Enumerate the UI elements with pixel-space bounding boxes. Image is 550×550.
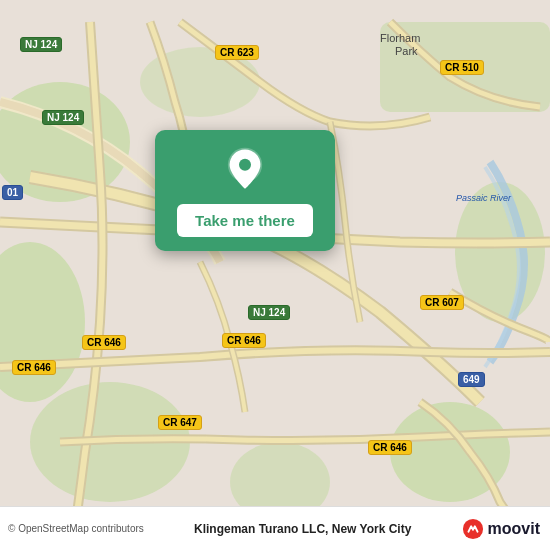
svg-text:Park: Park	[395, 45, 418, 57]
passaic-river-label: Passaic River	[456, 193, 511, 203]
bottom-bar: © OpenStreetMap contributors Klingeman T…	[0, 506, 550, 550]
road-label-nj124-mid: NJ 124	[248, 305, 290, 320]
road-label-cr646-left: CR 646	[82, 335, 126, 350]
location-pin-icon	[221, 146, 269, 194]
svg-text:Florham: Florham	[380, 32, 420, 44]
map-container: Florham Park NJ 124 CR 623 NJ 124 CR 510…	[0, 0, 550, 550]
road-label-cr510: CR 510	[440, 60, 484, 75]
bottom-left: © OpenStreetMap contributors	[8, 523, 144, 534]
road-label-cr649: 649	[458, 372, 485, 387]
road-label-cr646-left2: CR 646	[12, 360, 56, 375]
moovit-icon	[462, 518, 484, 540]
road-label-cr607: CR 607	[420, 295, 464, 310]
road-label-cr623: CR 623	[215, 45, 259, 60]
road-label-cr646-mid: CR 646	[222, 333, 266, 348]
road-label-01: 01	[2, 185, 23, 200]
take-me-there-button[interactable]: Take me there	[177, 204, 313, 237]
moovit-logo: moovit	[462, 518, 540, 540]
road-label-nj124-left: NJ 124	[42, 110, 84, 125]
attribution-text: © OpenStreetMap contributors	[8, 523, 144, 534]
map-background: Florham Park	[0, 0, 550, 550]
location-title: Klingeman Turano LLC, New York City	[144, 522, 462, 536]
road-label-cr646-bot: CR 646	[368, 440, 412, 455]
svg-point-13	[239, 159, 251, 171]
moovit-label: moovit	[488, 520, 540, 538]
road-label-cr647: CR 647	[158, 415, 202, 430]
location-card: Take me there	[155, 130, 335, 251]
road-label-nj124-top: NJ 124	[20, 37, 62, 52]
